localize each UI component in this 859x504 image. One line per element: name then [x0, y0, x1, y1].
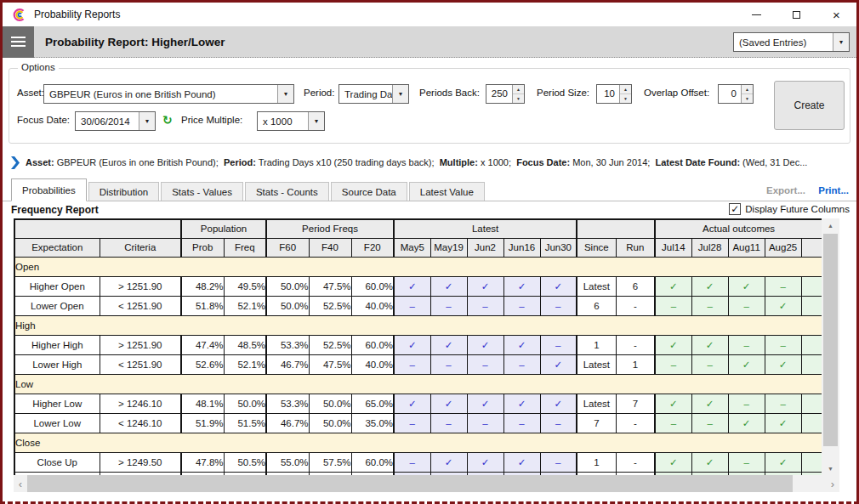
dropdown-button[interactable]: ▾ [833, 33, 849, 51]
criteria-cell: > 1251.90 [100, 276, 181, 296]
summary-label: Multiple: [440, 157, 478, 167]
outcome-check-cell: ✓ [765, 296, 801, 315]
run-cell: 7 [616, 394, 655, 413]
outcome-check-cell: ✓ [728, 276, 765, 296]
scroll-right-icon: › [831, 478, 834, 490]
period-dropdown[interactable]: Trading Days ▾ [338, 84, 409, 104]
latest-check-cell: ✓ [430, 394, 467, 413]
chevron-right-icon [11, 156, 20, 169]
spin-up-icon[interactable]: ▲ [513, 85, 524, 93]
menu-button[interactable] [3, 26, 34, 58]
horizontal-scrollbar[interactable]: ‹ › [14, 475, 839, 492]
dropdown-button[interactable]: ▾ [308, 112, 324, 130]
overlap-offset-label: Overlap Offset: [644, 88, 709, 98]
since-cell: 6 [577, 296, 616, 315]
scroll-down-button[interactable]: ▼ [822, 462, 839, 475]
column-header-run: Run [616, 238, 655, 257]
run-cell: - [616, 452, 655, 472]
spin-up-icon[interactable]: ▲ [620, 85, 631, 93]
latest-check-cell: ✓ [540, 394, 577, 413]
column-header-f40: F40 [309, 238, 351, 257]
latest-check-cell: ✓ [430, 335, 467, 354]
since-cell: 7 [577, 413, 616, 433]
criteria-cell: > 1251.90 [100, 335, 181, 354]
group-header-latest: Latest [394, 219, 577, 238]
display-future-columns-label: Display Future Columns [745, 204, 850, 214]
outcome-check-cell: ✓ [655, 335, 691, 354]
overlap-offset-stepper[interactable]: 0 ▲▼ [718, 84, 754, 104]
latest-dash-cell: – [540, 413, 577, 433]
latest-check-cell: ✓ [467, 276, 503, 296]
minimize-button[interactable] [737, 3, 777, 26]
scroll-up-button[interactable]: ▲ [822, 218, 839, 232]
scroll-right-button[interactable]: › [826, 475, 839, 492]
tab-stats-counts[interactable]: Stats - Counts [245, 182, 329, 201]
column-header-may5: May5 [394, 238, 430, 257]
outcome-dash-cell: – [728, 394, 765, 413]
app-header-bar: Probability Report: Higher/Lower (Saved … [3, 26, 856, 58]
maximize-button[interactable] [777, 3, 816, 26]
expectation-cell: Higher Low [14, 394, 100, 413]
tab-distribution[interactable]: Distribution [88, 182, 160, 201]
column-header-jun2: Jun2 [467, 238, 503, 257]
close-button[interactable]: × [816, 3, 856, 26]
title-bar: Probability Reports × [3, 3, 856, 26]
spin-up-icon[interactable]: ▲ [742, 85, 753, 93]
latest-dash-cell: – [467, 354, 503, 374]
create-button[interactable]: Create [774, 81, 845, 130]
f20-cell: 35.0% [351, 413, 394, 433]
chevron-down-icon: ▾ [399, 90, 402, 98]
print-link[interactable]: Print... [818, 185, 849, 195]
outcome-dash-cell: – [728, 452, 765, 472]
spin-down-icon[interactable]: ▼ [513, 93, 524, 103]
expectation-cell: Higher Open [14, 276, 100, 296]
dropdown-button[interactable]: ▾ [139, 112, 155, 130]
horizontal-scroll-thumb[interactable] [27, 475, 793, 492]
refresh-icon[interactable]: ↻ [162, 113, 173, 127]
price-multiple-dropdown[interactable]: x 1000 ▾ [257, 111, 325, 131]
criteria-cell: > 1246.10 [100, 394, 181, 413]
freq-cell: 51.5% [224, 413, 266, 433]
f40-cell: 50.0% [309, 413, 351, 433]
latest-check-cell: ✓ [540, 354, 577, 374]
outcome-cell [801, 296, 822, 315]
f60-cell: 46.7% [266, 413, 309, 433]
tab-latest-value[interactable]: Latest Value [409, 182, 485, 201]
periods-back-stepper[interactable]: 250 ▲▼ [486, 84, 525, 104]
app-window: Probability Reports × Probability Report… [0, 0, 859, 504]
focus-date-value: 30/06/2014 [76, 116, 139, 127]
since-cell: Latest [577, 394, 616, 413]
chevron-down-icon: ▾ [145, 117, 149, 125]
since-cell: 1 [577, 452, 616, 472]
tab-source-data[interactable]: Source Data [331, 182, 407, 201]
since-cell: Latest [577, 276, 616, 296]
tab-probabilities[interactable]: Probabilities [11, 178, 87, 201]
f20-cell: 40.0% [351, 296, 394, 315]
asset-value: GBPEUR (Euros in one British Pound) [44, 89, 277, 99]
frequency-report-grid: PopulationPeriod FreqsLatestActual outco… [14, 218, 825, 475]
latest-dash-cell: – [394, 296, 430, 315]
dropdown-button[interactable]: ▾ [277, 85, 293, 103]
focus-date-dropdown[interactable]: 30/06/2014 ▾ [75, 111, 156, 131]
spin-down-icon[interactable]: ▼ [742, 93, 753, 103]
spin-down-icon[interactable]: ▼ [620, 93, 631, 103]
dropdown-button[interactable]: ▾ [392, 85, 408, 103]
scroll-down-icon: ▼ [828, 466, 833, 472]
column-header-row: ExpectationCriteriaProbFreqF60F40F20May5… [14, 238, 822, 257]
scroll-left-icon: ‹ [19, 478, 22, 490]
saved-entries-dropdown[interactable]: (Saved Entries) ▾ [733, 32, 850, 52]
vertical-scrollbar[interactable]: ▲ ▼ [822, 218, 839, 475]
section-row-close: Close [14, 433, 822, 452]
latest-dash-cell: – [430, 354, 467, 374]
export-link[interactable]: Export... [766, 185, 805, 195]
tab-stats-values[interactable]: Stats - Values [161, 182, 243, 201]
section-row-open: Open [14, 257, 822, 276]
vertical-scroll-thumb[interactable] [823, 234, 838, 446]
group-header-row: PopulationPeriod FreqsLatestActual outco… [14, 219, 822, 238]
display-future-columns-checkbox[interactable]: ✓ [729, 203, 741, 215]
scroll-left-button[interactable]: ‹ [14, 475, 27, 492]
period-size-stepper[interactable]: 10 ▲▼ [596, 84, 632, 104]
expectation-cell: Close Up [14, 452, 100, 472]
column-header-jul14: Jul14 [655, 238, 691, 257]
asset-dropdown[interactable]: GBPEUR (Euros in one British Pound) ▾ [43, 84, 294, 104]
